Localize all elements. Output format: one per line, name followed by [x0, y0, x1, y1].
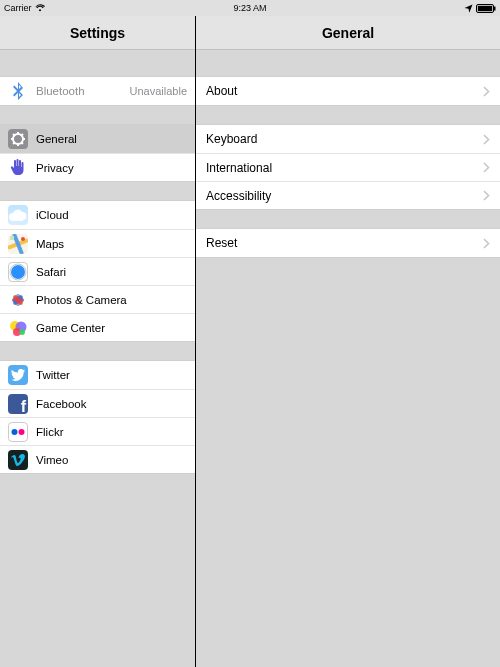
- sidebar-item-label: Game Center: [36, 322, 187, 334]
- sidebar-item-vimeo[interactable]: Vimeo: [0, 445, 195, 473]
- cloud-icon: [8, 205, 28, 225]
- detail-group-reset: Reset: [196, 228, 500, 258]
- vimeo-icon: [8, 450, 28, 470]
- sidebar-item-flickr[interactable]: Flickr: [0, 417, 195, 445]
- detail-title: General: [322, 25, 374, 41]
- svg-point-17: [11, 265, 25, 279]
- detail-item-accessibility[interactable]: Accessibility: [196, 181, 500, 209]
- sidebar-item-label: Facebook: [36, 398, 187, 410]
- sidebar-item-bluetooth[interactable]: Bluetooth Unavailable: [0, 77, 195, 105]
- sidebar-item-label: Maps: [36, 238, 187, 250]
- detail-navbar: General: [196, 16, 500, 50]
- sidebar-item-maps[interactable]: Maps: [0, 229, 195, 257]
- sidebar-item-status: Unavailable: [130, 85, 187, 97]
- svg-point-33: [19, 429, 25, 435]
- svg-line-9: [13, 134, 15, 136]
- flickr-icon: [8, 422, 28, 442]
- photos-icon: [8, 290, 28, 310]
- detail-group-input: Keyboard International Accessibility: [196, 124, 500, 210]
- hand-icon: [8, 158, 28, 178]
- detail-item-about[interactable]: About: [196, 77, 500, 105]
- svg-point-4: [16, 137, 19, 140]
- detail-group-about: About: [196, 76, 500, 106]
- svg-rect-14: [10, 236, 14, 240]
- detail-pane: General About Keyboard International: [196, 16, 500, 667]
- detail-item-reset[interactable]: Reset: [196, 229, 500, 257]
- sidebar-item-label: Privacy: [36, 162, 187, 174]
- svg-point-31: [19, 329, 25, 335]
- facebook-icon: f: [8, 394, 28, 414]
- sidebar-item-photos[interactable]: Photos & Camera: [0, 285, 195, 313]
- sidebar-group-social: Twitter f Facebook Flickr: [0, 360, 195, 474]
- svg-point-15: [21, 237, 25, 241]
- status-bar: Carrier 9:23 AM: [0, 0, 500, 16]
- sidebar-item-gamecenter[interactable]: Game Center: [0, 313, 195, 341]
- sidebar-item-label: Safari: [36, 266, 187, 278]
- sidebar-item-general[interactable]: General: [0, 125, 195, 153]
- sidebar-item-label: Bluetooth: [36, 85, 130, 97]
- detail-item-label: Reset: [206, 236, 237, 250]
- sidebar-item-label: Twitter: [36, 369, 187, 381]
- detail-item-label: Accessibility: [206, 189, 271, 203]
- sidebar-group-device: General Privacy: [0, 124, 195, 182]
- sidebar-item-label: General: [36, 133, 187, 145]
- detail-item-keyboard[interactable]: Keyboard: [196, 125, 500, 153]
- svg-line-11: [13, 142, 15, 144]
- sidebar-item-label: Vimeo: [36, 454, 187, 466]
- sidebar-item-safari[interactable]: Safari: [0, 257, 195, 285]
- gear-icon: [8, 129, 28, 149]
- game-center-icon: [8, 318, 28, 338]
- sidebar-item-label: Photos & Camera: [36, 294, 187, 306]
- sidebar-navbar: Settings: [0, 16, 195, 50]
- bluetooth-icon: [8, 81, 28, 101]
- chevron-right-icon: [483, 86, 490, 97]
- sidebar-item-label: Flickr: [36, 426, 187, 438]
- status-time: 9:23 AM: [233, 3, 266, 13]
- detail-item-international[interactable]: International: [196, 153, 500, 181]
- sidebar-item-privacy[interactable]: Privacy: [0, 153, 195, 181]
- maps-icon: [8, 234, 28, 254]
- sidebar-item-label: iCloud: [36, 209, 187, 221]
- sidebar-item-icloud[interactable]: iCloud: [0, 201, 195, 229]
- sidebar-item-facebook[interactable]: f Facebook: [0, 389, 195, 417]
- sidebar-title: Settings: [70, 25, 125, 41]
- twitter-icon: [8, 365, 28, 385]
- sidebar-item-twitter[interactable]: Twitter: [0, 361, 195, 389]
- detail-item-label: About: [206, 84, 237, 98]
- sidebar-group-connectivity: Bluetooth Unavailable: [0, 76, 195, 106]
- svg-point-32: [12, 429, 18, 435]
- chevron-right-icon: [483, 190, 490, 201]
- detail-item-label: Keyboard: [206, 132, 257, 146]
- safari-icon: [8, 262, 28, 282]
- svg-line-10: [21, 142, 23, 144]
- chevron-right-icon: [483, 238, 490, 249]
- detail-item-label: International: [206, 161, 272, 175]
- chevron-right-icon: [483, 134, 490, 145]
- chevron-right-icon: [483, 162, 490, 173]
- svg-line-12: [21, 134, 23, 136]
- sidebar-group-apps: iCloud Maps Safari: [0, 200, 195, 342]
- sidebar: Settings Bluetooth Unavailable: [0, 16, 196, 667]
